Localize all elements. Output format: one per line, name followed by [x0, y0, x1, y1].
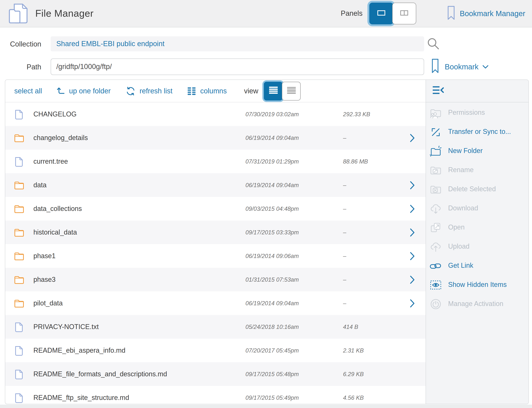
file-name: phase3 — [33, 276, 56, 283]
up-one-folder-button[interactable]: up one folder — [56, 87, 111, 95]
sidebar-item-rename: Rename — [426, 161, 528, 180]
transfer-icon — [428, 126, 443, 137]
file-modified-date: 06/19/2014 09:06am — [245, 253, 299, 259]
file-modified-date: 09/17/2015 03:33pm — [245, 229, 299, 236]
dual-panel-button[interactable] — [392, 3, 416, 24]
bookmark-dropdown[interactable]: Bookmark — [432, 59, 489, 75]
sidebar-item-label: Show Hidden Items — [448, 281, 507, 289]
page-title: File Manager — [35, 8, 94, 19]
file-size: – — [343, 276, 346, 283]
file-modified-date: 06/19/2014 09:04am — [245, 182, 299, 188]
file-manager-page: File Manager Panels Bookmark Manager Col… — [0, 0, 532, 408]
folder-icon — [14, 251, 24, 260]
get-link-icon — [428, 260, 443, 271]
folder-row[interactable]: historical_data09/17/2015 03:33pm– — [5, 221, 426, 244]
sidebar-item-new-folder[interactable]: New Folder — [426, 141, 528, 161]
select-all-label: select all — [14, 87, 42, 95]
bookmark-icon — [432, 59, 439, 75]
file-name: pilot_data — [33, 299, 63, 307]
bookmark-icon — [447, 5, 455, 22]
compact-view-button[interactable] — [282, 82, 301, 100]
search-icon[interactable] — [427, 37, 440, 50]
sidebar-item-label: Manage Activation — [448, 300, 503, 308]
folder-row[interactable]: phase106/19/2014 09:06am– — [5, 244, 426, 268]
app-header: File Manager Panels Bookmark Manager — [0, 0, 532, 27]
list-toolbar: select all up one folder refresh list — [5, 80, 426, 102]
bookmark-manager-link[interactable]: Bookmark Manager — [447, 0, 525, 27]
single-panel-button[interactable] — [369, 3, 393, 24]
chevron-right-icon[interactable] — [410, 299, 415, 307]
folder-row[interactable]: pilot_data06/19/2014 09:04am– — [5, 291, 426, 315]
path-label: Path — [0, 63, 41, 71]
chevron-right-icon[interactable] — [410, 181, 415, 189]
sidebar-item-label: Permissions — [448, 109, 485, 117]
folder-row[interactable]: changelog_details06/19/2014 09:04am– — [5, 126, 426, 150]
folder-row[interactable]: phase301/31/2015 07:53am– — [5, 268, 426, 291]
file-size: – — [343, 135, 346, 141]
file-size: – — [343, 182, 346, 188]
refresh-list-button[interactable]: refresh list — [126, 86, 173, 96]
file-row[interactable]: current.tree07/31/2019 01:29pm88.86 MB — [5, 150, 426, 173]
file-icon — [14, 322, 24, 332]
list-view-button[interactable] — [264, 82, 283, 100]
sidebar-item-transfer-or-sync-to[interactable]: Transfer or Sync to... — [426, 122, 528, 141]
columns-icon — [187, 86, 196, 95]
folder-icon — [14, 180, 24, 190]
file-row[interactable]: README_file_formats_and_descriptions.md0… — [5, 362, 426, 386]
columns-button[interactable]: columns — [187, 86, 227, 95]
chevron-right-icon[interactable] — [410, 275, 415, 284]
file-icon — [14, 392, 24, 403]
sidebar-item-show-hidden-items[interactable]: Show Hidden Items — [426, 275, 528, 294]
select-all-button[interactable]: select all — [14, 87, 42, 95]
file-size: – — [343, 205, 346, 212]
chevron-right-icon[interactable] — [410, 228, 415, 237]
sidebar-item-label: New Folder — [448, 147, 483, 155]
chevron-right-icon[interactable] — [410, 252, 415, 260]
sidebar-item-upload: Upload — [426, 237, 528, 256]
file-row[interactable]: README_ftp_site_structure.md09/17/2015 0… — [5, 386, 426, 404]
file-size: 414 B — [343, 323, 358, 330]
path-input[interactable] — [51, 59, 424, 75]
collection-field[interactable]: Shared EMBL-EBI public endpoint — [51, 36, 424, 51]
file-row[interactable]: PRIVACY-NOTICE.txt05/24/2018 10:16am414 … — [5, 315, 426, 339]
file-modified-date: 09/17/2015 05:48pm — [245, 371, 299, 377]
folder-row[interactable]: data_collections09/03/2015 04:48pm– — [5, 197, 426, 221]
folder-icon — [14, 133, 24, 142]
sidebar-item-label: Transfer or Sync to... — [448, 128, 511, 136]
sidebar-item-label: Rename — [448, 166, 474, 174]
file-manager-icon — [8, 3, 28, 26]
file-size: 2.31 KB — [343, 347, 364, 354]
chevron-down-icon — [482, 65, 489, 69]
refresh-icon — [126, 86, 135, 96]
actions-sidebar: PermissionsTransfer or Sync to...New Fol… — [426, 80, 528, 404]
file-modified-date: 01/31/2015 07:53am — [245, 276, 299, 283]
file-name: changelog_details — [33, 134, 88, 142]
sidebar-item-label: Get Link — [448, 262, 473, 270]
open-icon — [428, 222, 443, 233]
compact-view-icon — [287, 87, 296, 95]
list-view-icon — [269, 87, 278, 95]
delete-icon — [428, 184, 443, 195]
folder-icon — [14, 228, 24, 237]
sidebar-divider — [426, 102, 528, 102]
file-list: CHANGELOG07/30/2019 03:02am292.33 KBchan… — [5, 102, 426, 404]
sidebar-item-download: Download — [426, 199, 528, 218]
sidebar-item-open: Open — [426, 218, 528, 237]
dual-panel-icon — [400, 10, 408, 17]
columns-label: columns — [200, 87, 227, 95]
chevron-right-icon[interactable] — [410, 134, 415, 142]
file-row[interactable]: README_ebi_aspera_info.md07/20/2017 05:4… — [5, 339, 426, 362]
sidebar-item-get-link[interactable]: Get Link — [426, 256, 528, 275]
view-label: view — [244, 87, 258, 95]
collapse-panel-icon[interactable] — [432, 85, 445, 97]
file-icon — [14, 109, 24, 119]
show-hidden-icon — [428, 279, 443, 290]
folder-row[interactable]: data06/19/2014 09:04am– — [5, 173, 426, 197]
file-name: CHANGELOG — [33, 110, 77, 118]
sidebar-item-manage-activation: Manage Activation — [426, 294, 528, 314]
download-icon — [428, 203, 443, 214]
file-row[interactable]: CHANGELOG07/30/2019 03:02am292.33 KB — [5, 102, 426, 126]
file-name: phase1 — [33, 252, 56, 260]
refresh-list-label: refresh list — [140, 87, 173, 95]
chevron-right-icon[interactable] — [410, 204, 415, 213]
